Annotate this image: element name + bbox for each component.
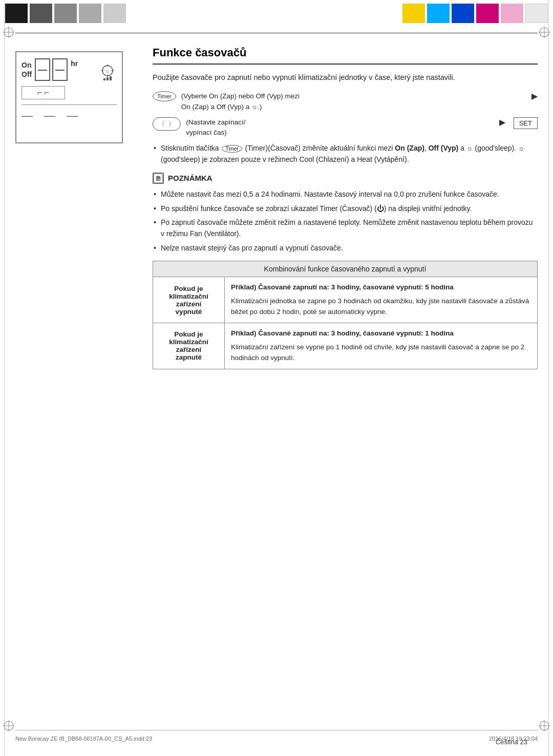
- swatch-light-gray: [79, 4, 101, 23]
- digit-block-1: [35, 58, 50, 81]
- swatch-cyan: [427, 4, 450, 23]
- table-header: Kombinování funkce časovaného zapnutí a …: [153, 261, 537, 277]
- on-off-labels: On Off: [22, 60, 32, 79]
- top-bar-right: [397, 0, 553, 27]
- swatch-black: [5, 4, 28, 23]
- sleep-icon: ☼: [98, 62, 117, 81]
- diagram-box: On Off hr ☼: [15, 51, 123, 143]
- table-row-2: Pokud jeklimatizačnízařízenízapnuté Přík…: [153, 323, 537, 369]
- table-cell-left-1: Pokud jeklimatizačnízařízenívypnuté: [153, 277, 225, 323]
- row1-example: Příklad) Časované zapnutí na: 3 hodiny, …: [231, 282, 531, 293]
- page-number: 23: [520, 738, 527, 746]
- note-bullet-list: Můžete nastavit čas mezi 0,5 a 24 hodina…: [153, 189, 538, 254]
- bullet-item-1: Stisknutím tlačítka Timer (Timer)(Časova…: [153, 143, 538, 165]
- left-panel: On Off hr ☼: [15, 46, 138, 725]
- table-cell-right-1: Příklad) Časované zapnutí na: 3 hodiny, …: [225, 277, 537, 323]
- top-bar: [0, 0, 553, 27]
- crosshair-top-left: [3, 27, 14, 38]
- svg-rect-18: [103, 78, 105, 80]
- row2-left-text: Pokud jeklimatizačnízařízenízapnuté: [169, 330, 208, 361]
- instruction-text-1: (Vyberte On (Zap) nebo Off (Vyp) meziOn …: [181, 91, 526, 112]
- on-label: On: [22, 60, 32, 70]
- bold-off: Off (Vyp): [429, 144, 459, 152]
- row2-example: Příklad) Časované zapnutí na: 3 hodiny, …: [231, 328, 531, 339]
- bottom-rule: [15, 730, 538, 730]
- swatch-blue: [452, 4, 474, 23]
- instruction-left-1: Timer: [153, 91, 176, 101]
- svg-text:☼: ☼: [105, 68, 110, 74]
- crosshair-bottom-right: [539, 720, 550, 731]
- top-bar-left: [0, 0, 131, 27]
- note-bullet-1: Můžete nastavit čas mezi 0,5 a 24 hodina…: [153, 189, 538, 200]
- svg-rect-19: [107, 77, 109, 80]
- left-right-button[interactable]: 〈 〉: [153, 117, 181, 131]
- side-rule-left: [4, 0, 5, 756]
- digit-display: [35, 58, 68, 81]
- set-button[interactable]: SET: [514, 117, 538, 129]
- top-horizontal-rule: [15, 33, 538, 33]
- footer: New Boracay ZE IB_DB68-06187A-00_CS_A5.i…: [15, 736, 538, 742]
- arrow-right-2: ▶: [499, 117, 505, 127]
- instruction-left-2: 〈 〉: [153, 117, 181, 131]
- bullet-list: Stisknutím tlačítka Timer (Timer)(Časova…: [153, 143, 538, 165]
- instruction-text-2-span: (Nastavte zapínací/vypínací čas): [186, 118, 245, 136]
- row2-description: Klimatizační zařízení se vypne po 1 hodi…: [231, 342, 531, 364]
- note-header: 🖹 POZNÁMKA: [153, 173, 538, 184]
- instruction-row-2: 〈 〉 (Nastavte zapínací/vypínací čas) ▶ S…: [153, 117, 538, 138]
- row1-description: Klimatizační jednotka se zapne po 3 hodi…: [231, 296, 531, 318]
- section-title: Funkce časovačů: [153, 46, 538, 65]
- bold-on: On (Zap): [395, 144, 424, 152]
- crosshair-top-right: [539, 27, 550, 38]
- timer-button[interactable]: Timer: [153, 91, 176, 101]
- svg-rect-20: [110, 76, 112, 80]
- right-panel: Funkce časovačů Použijte časovače pro za…: [153, 46, 538, 725]
- note-bullet-2: Po spuštění funkce časovače se zobrazí u…: [153, 203, 538, 215]
- main-content: On Off hr ☼: [15, 46, 538, 725]
- footer-left: New Boracay ZE IB_DB68-06187A-00_CS_A5.i…: [15, 736, 152, 742]
- diagram-row-top: On Off hr ☼: [22, 58, 117, 81]
- note-title: POZNÁMKA: [168, 174, 212, 182]
- intro-text: Použijte časovače pro zapnutí nebo vypnu…: [153, 72, 538, 83]
- arrow-right-1: ▶: [531, 91, 538, 101]
- note-bullet-3: Po zapnutí časovače můžete změnit režim …: [153, 217, 538, 239]
- side-rule-right: [548, 0, 549, 756]
- table-cell-right-2: Příklad) Časované zapnutí na: 3 hodiny, …: [225, 323, 537, 369]
- table-row-1: Pokud jeklimatizačnízařízenívypnuté Přík…: [153, 277, 537, 323]
- row1-left-text: Pokud jeklimatizačnízařízenívypnuté: [169, 285, 208, 316]
- instruction-row-1: Timer (Vyberte On (Zap) nebo Off (Vyp) m…: [153, 91, 538, 112]
- combination-table: Kombinování funkce časovaného zapnutí a …: [153, 261, 538, 369]
- language-label: Čeština: [496, 738, 518, 746]
- swatch-white: [525, 4, 548, 23]
- swatch-pink: [501, 4, 523, 23]
- hr-label: hr: [71, 59, 78, 68]
- instruction-text-2: (Nastavte zapínací/vypínací čas): [186, 117, 494, 138]
- table-body: Pokud jeklimatizačnízařízenívypnuté Přík…: [153, 277, 537, 369]
- timer-btn-inline: Timer: [222, 145, 242, 153]
- instruction-text-1-span: (Vyberte On (Zap) nebo Off (Vyp) meziOn …: [181, 92, 300, 110]
- note-section: 🖹 POZNÁMKA Můžete nastavit čas mezi 0,5 …: [153, 173, 538, 254]
- swatch-yellow: [402, 4, 425, 23]
- swatch-magenta: [476, 4, 499, 23]
- off-label: Off: [22, 70, 32, 79]
- crosshair-bottom-left: [3, 720, 14, 731]
- swatch-mid-gray: [54, 4, 77, 23]
- swatch-dark-gray: [30, 4, 52, 23]
- table-cell-left-2: Pokud jeklimatizačnízařízenízapnuté: [153, 323, 225, 369]
- note-icon: 🖹: [153, 173, 164, 184]
- note-bullet-4: Nelze nastavit stejný čas pro zapnutí a …: [153, 243, 538, 254]
- swatch-pale-gray: [103, 4, 126, 23]
- digit-block-2: [52, 58, 68, 81]
- page-number-area: Čeština 23: [496, 738, 527, 746]
- svg-text:🖹: 🖹: [155, 175, 161, 182]
